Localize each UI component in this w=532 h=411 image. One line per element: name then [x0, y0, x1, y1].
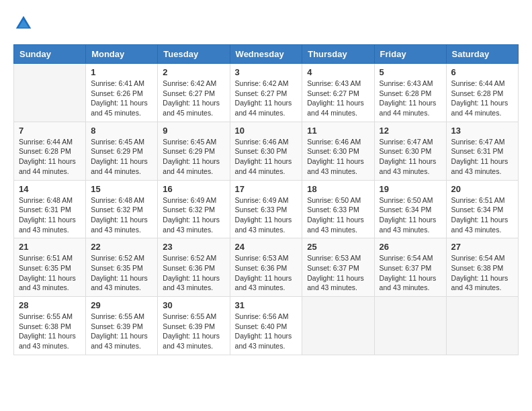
calendar-cell: 4Sunrise: 6:43 AM Sunset: 6:27 PM Daylig…	[302, 64, 374, 122]
day-info: Sunrise: 6:44 AM Sunset: 6:28 PM Dayligh…	[451, 79, 513, 118]
weekday-header-monday: Monday	[86, 45, 158, 64]
week-row-3: 14Sunrise: 6:48 AM Sunset: 6:31 PM Dayli…	[14, 180, 519, 238]
day-number: 18	[307, 184, 369, 194]
day-number: 23	[163, 242, 224, 252]
day-number: 25	[307, 242, 369, 252]
day-number: 29	[91, 300, 152, 310]
day-info: Sunrise: 6:49 AM Sunset: 6:33 PM Dayligh…	[235, 195, 298, 235]
day-number: 31	[235, 300, 298, 310]
calendar-cell: 5Sunrise: 6:43 AM Sunset: 6:28 PM Daylig…	[374, 64, 446, 122]
week-row-1: 1Sunrise: 6:41 AM Sunset: 6:26 PM Daylig…	[14, 64, 519, 122]
day-info: Sunrise: 6:43 AM Sunset: 6:27 PM Dayligh…	[307, 79, 369, 118]
day-number: 10	[235, 126, 298, 136]
day-info: Sunrise: 6:48 AM Sunset: 6:31 PM Dayligh…	[19, 195, 81, 235]
day-number: 26	[380, 242, 441, 252]
calendar-cell: 22Sunrise: 6:52 AM Sunset: 6:35 PM Dayli…	[86, 238, 158, 297]
day-number: 27	[451, 242, 513, 252]
day-number: 11	[307, 126, 369, 136]
week-row-5: 28Sunrise: 6:55 AM Sunset: 6:38 PM Dayli…	[14, 297, 519, 355]
weekday-header-sunday: Sunday	[14, 45, 86, 64]
calendar-cell: 26Sunrise: 6:54 AM Sunset: 6:37 PM Dayli…	[374, 238, 446, 297]
day-info: Sunrise: 6:49 AM Sunset: 6:32 PM Dayligh…	[163, 195, 224, 235]
calendar-cell: 16Sunrise: 6:49 AM Sunset: 6:32 PM Dayli…	[158, 180, 230, 238]
calendar-cell: 9Sunrise: 6:45 AM Sunset: 6:29 PM Daylig…	[158, 122, 230, 180]
calendar-cell: 30Sunrise: 6:55 AM Sunset: 6:39 PM Dayli…	[158, 297, 230, 355]
weekday-header-row: SundayMondayTuesdayWednesdayThursdayFrid…	[14, 45, 519, 64]
weekday-header-tuesday: Tuesday	[158, 45, 230, 64]
day-number: 20	[451, 184, 513, 194]
calendar-cell: 24Sunrise: 6:53 AM Sunset: 6:36 PM Dayli…	[230, 238, 302, 297]
day-info: Sunrise: 6:47 AM Sunset: 6:30 PM Dayligh…	[380, 137, 441, 177]
day-info: Sunrise: 6:51 AM Sunset: 6:34 PM Dayligh…	[451, 195, 513, 235]
day-number: 30	[163, 300, 224, 310]
day-number: 22	[91, 242, 152, 252]
calendar-cell: 18Sunrise: 6:50 AM Sunset: 6:33 PM Dayli…	[302, 180, 374, 238]
day-number: 2	[163, 67, 224, 77]
calendar-cell: 19Sunrise: 6:50 AM Sunset: 6:34 PM Dayli…	[374, 180, 446, 238]
calendar-cell: 3Sunrise: 6:42 AM Sunset: 6:27 PM Daylig…	[230, 64, 302, 122]
calendar-cell	[302, 297, 374, 355]
weekday-header-wednesday: Wednesday	[230, 45, 302, 64]
calendar-cell: 28Sunrise: 6:55 AM Sunset: 6:38 PM Dayli…	[14, 297, 86, 355]
day-info: Sunrise: 6:50 AM Sunset: 6:34 PM Dayligh…	[380, 195, 441, 235]
day-info: Sunrise: 6:52 AM Sunset: 6:36 PM Dayligh…	[163, 253, 224, 293]
calendar-cell: 13Sunrise: 6:47 AM Sunset: 6:31 PM Dayli…	[446, 122, 518, 180]
calendar-cell: 1Sunrise: 6:41 AM Sunset: 6:26 PM Daylig…	[86, 64, 158, 122]
day-number: 9	[163, 126, 224, 136]
day-number: 8	[91, 126, 152, 136]
day-number: 7	[19, 126, 81, 136]
week-row-2: 7Sunrise: 6:44 AM Sunset: 6:28 PM Daylig…	[14, 122, 519, 180]
calendar-cell: 10Sunrise: 6:46 AM Sunset: 6:30 PM Dayli…	[230, 122, 302, 180]
day-info: Sunrise: 6:56 AM Sunset: 6:40 PM Dayligh…	[235, 312, 298, 351]
calendar-cell: 2Sunrise: 6:42 AM Sunset: 6:27 PM Daylig…	[158, 64, 230, 122]
calendar-cell: 15Sunrise: 6:48 AM Sunset: 6:32 PM Dayli…	[86, 180, 158, 238]
calendar-cell	[374, 297, 446, 355]
calendar-cell: 25Sunrise: 6:53 AM Sunset: 6:37 PM Dayli…	[302, 238, 374, 297]
weekday-header-saturday: Saturday	[446, 45, 518, 64]
weekday-header-friday: Friday	[374, 45, 446, 64]
calendar-cell	[446, 297, 518, 355]
day-info: Sunrise: 6:42 AM Sunset: 6:27 PM Dayligh…	[235, 79, 298, 118]
logo-icon	[13, 13, 34, 34]
day-info: Sunrise: 6:47 AM Sunset: 6:31 PM Dayligh…	[451, 137, 513, 177]
calendar-cell: 20Sunrise: 6:51 AM Sunset: 6:34 PM Dayli…	[446, 180, 518, 238]
day-number: 13	[451, 126, 513, 136]
day-info: Sunrise: 6:46 AM Sunset: 6:30 PM Dayligh…	[235, 137, 298, 177]
day-number: 24	[235, 242, 298, 252]
day-info: Sunrise: 6:42 AM Sunset: 6:27 PM Dayligh…	[163, 79, 224, 118]
calendar: SundayMondayTuesdayWednesdayThursdayFrid…	[13, 44, 519, 355]
day-info: Sunrise: 6:45 AM Sunset: 6:29 PM Dayligh…	[163, 137, 224, 177]
calendar-cell: 31Sunrise: 6:56 AM Sunset: 6:40 PM Dayli…	[230, 297, 302, 355]
calendar-cell: 27Sunrise: 6:54 AM Sunset: 6:38 PM Dayli…	[446, 238, 518, 297]
page-header	[13, 13, 519, 34]
calendar-cell: 17Sunrise: 6:49 AM Sunset: 6:33 PM Dayli…	[230, 180, 302, 238]
calendar-cell: 23Sunrise: 6:52 AM Sunset: 6:36 PM Dayli…	[158, 238, 230, 297]
calendar-cell: 12Sunrise: 6:47 AM Sunset: 6:30 PM Dayli…	[374, 122, 446, 180]
day-info: Sunrise: 6:46 AM Sunset: 6:30 PM Dayligh…	[307, 137, 369, 177]
calendar-cell: 21Sunrise: 6:51 AM Sunset: 6:35 PM Dayli…	[14, 238, 86, 297]
day-number: 5	[380, 67, 441, 77]
day-number: 3	[235, 67, 298, 77]
day-info: Sunrise: 6:48 AM Sunset: 6:32 PM Dayligh…	[91, 195, 152, 235]
day-info: Sunrise: 6:53 AM Sunset: 6:36 PM Dayligh…	[235, 253, 298, 293]
day-info: Sunrise: 6:45 AM Sunset: 6:29 PM Dayligh…	[91, 137, 152, 177]
day-info: Sunrise: 6:41 AM Sunset: 6:26 PM Dayligh…	[91, 79, 152, 118]
day-info: Sunrise: 6:54 AM Sunset: 6:38 PM Dayligh…	[451, 253, 513, 293]
day-number: 12	[380, 126, 441, 136]
calendar-cell: 29Sunrise: 6:55 AM Sunset: 6:39 PM Dayli…	[86, 297, 158, 355]
calendar-cell: 14Sunrise: 6:48 AM Sunset: 6:31 PM Dayli…	[14, 180, 86, 238]
day-info: Sunrise: 6:52 AM Sunset: 6:35 PM Dayligh…	[91, 253, 152, 293]
logo	[13, 13, 36, 34]
day-number: 17	[235, 184, 298, 194]
day-number: 4	[307, 67, 369, 77]
day-number: 28	[19, 300, 81, 310]
day-number: 16	[163, 184, 224, 194]
day-info: Sunrise: 6:55 AM Sunset: 6:38 PM Dayligh…	[19, 312, 81, 351]
day-number: 19	[380, 184, 441, 194]
day-number: 14	[19, 184, 81, 194]
calendar-cell: 7Sunrise: 6:44 AM Sunset: 6:28 PM Daylig…	[14, 122, 86, 180]
calendar-cell: 8Sunrise: 6:45 AM Sunset: 6:29 PM Daylig…	[86, 122, 158, 180]
day-number: 6	[451, 67, 513, 77]
day-number: 21	[19, 242, 81, 252]
day-info: Sunrise: 6:54 AM Sunset: 6:37 PM Dayligh…	[380, 253, 441, 293]
